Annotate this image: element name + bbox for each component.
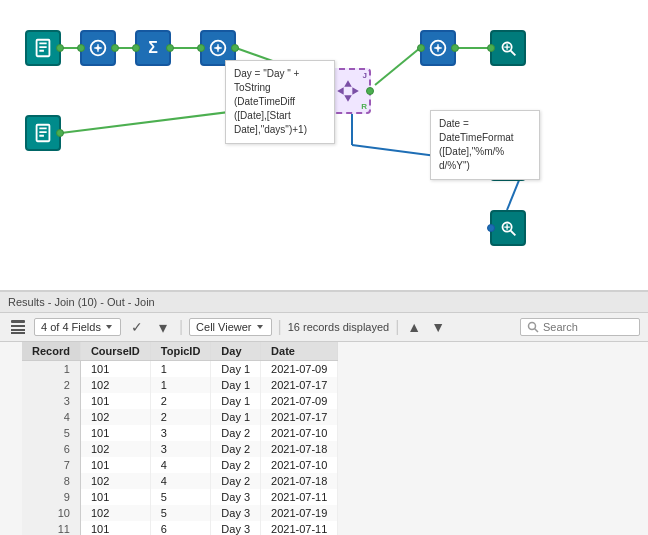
annotation-date: Date = DateTimeFormat ([Date],"%m/% d/%Y…: [430, 110, 540, 180]
records-count: 16 records displayed: [288, 321, 390, 333]
scroll-down-button[interactable]: ▼: [429, 319, 447, 335]
fields-dropdown[interactable]: 4 of 4 Fields: [34, 318, 121, 336]
cell-8-1: 101: [80, 489, 150, 505]
cell-3-2: 2: [150, 409, 211, 425]
scroll-up-button[interactable]: ▲: [405, 319, 423, 335]
table-container: R L J R Record CourseID TopicID Day Date…: [0, 342, 648, 535]
workflow-canvas: Σ Day = "Day " + ToString (DateTimeDiff …: [0, 0, 648, 290]
svg-line-4: [375, 48, 420, 85]
cell-4-4: 2021-07-10: [261, 425, 338, 441]
svg-line-21: [511, 231, 516, 236]
cell-4-3: Day 2: [211, 425, 261, 441]
cell-10-0: 11: [22, 521, 80, 535]
table-row[interactable]: 51013Day 22021-07-10: [22, 425, 338, 441]
cell-1-2: 1: [150, 377, 211, 393]
table-row[interactable]: 71014Day 22021-07-10: [22, 457, 338, 473]
cell-9-4: 2021-07-19: [261, 505, 338, 521]
cell-10-4: 2021-07-11: [261, 521, 338, 535]
cell-6-2: 4: [150, 457, 211, 473]
results-header: Results - Join (10) - Out - Join: [0, 292, 648, 313]
cell-10-1: 101: [80, 521, 150, 535]
cell-8-4: 2021-07-11: [261, 489, 338, 505]
separator3: |: [395, 318, 399, 336]
results-toolbar: 4 of 4 Fields ✓ ▾ | Cell Viewer | 16 rec…: [0, 313, 648, 342]
col-topicid: TopicID: [150, 342, 211, 361]
cell-6-1: 101: [80, 457, 150, 473]
table-row[interactable]: 91015Day 32021-07-11: [22, 489, 338, 505]
node-input1[interactable]: [25, 30, 61, 66]
search-box[interactable]: [520, 318, 640, 336]
cell-5-3: Day 2: [211, 441, 261, 457]
table-row[interactable]: 101025Day 32021-07-19: [22, 505, 338, 521]
separator1: |: [179, 318, 183, 336]
cell-8-3: Day 3: [211, 489, 261, 505]
node-input2[interactable]: [25, 115, 61, 151]
cell-0-0: 1: [22, 361, 80, 378]
cell-2-1: 101: [80, 393, 150, 409]
table-row[interactable]: 111016Day 32021-07-11: [22, 521, 338, 535]
col-date: Date: [261, 342, 338, 361]
svg-rect-22: [11, 320, 25, 323]
svg-line-27: [535, 329, 539, 333]
cell-4-0: 5: [22, 425, 80, 441]
cell-7-4: 2021-07-18: [261, 473, 338, 489]
cell-1-1: 102: [80, 377, 150, 393]
table-icon[interactable]: [8, 317, 28, 337]
cell-8-0: 9: [22, 489, 80, 505]
cell-7-3: Day 2: [211, 473, 261, 489]
node-browse2[interactable]: [490, 210, 526, 246]
cell-9-2: 5: [150, 505, 211, 521]
cell-8-2: 5: [150, 489, 211, 505]
search-icon: [527, 321, 539, 333]
node-browse1[interactable]: [490, 30, 526, 66]
node-formula3[interactable]: [420, 30, 456, 66]
cell-10-3: Day 3: [211, 521, 261, 535]
cell-3-0: 4: [22, 409, 80, 425]
cell-5-2: 3: [150, 441, 211, 457]
table-row[interactable]: 81024Day 22021-07-18: [22, 473, 338, 489]
cell-7-0: 8: [22, 473, 80, 489]
col-record: Record: [22, 342, 80, 361]
cell-7-1: 102: [80, 473, 150, 489]
table-row[interactable]: 31012Day 12021-07-09: [22, 393, 338, 409]
cell-6-4: 2021-07-10: [261, 457, 338, 473]
cell-3-1: 102: [80, 409, 150, 425]
svg-rect-23: [11, 325, 25, 327]
cell-5-4: 2021-07-18: [261, 441, 338, 457]
cell-6-0: 7: [22, 457, 80, 473]
data-table-wrapper: Record CourseID TopicID Day Date 11011Da…: [22, 342, 338, 535]
cell-2-3: Day 1: [211, 393, 261, 409]
cell-2-4: 2021-07-09: [261, 393, 338, 409]
svg-line-17: [511, 51, 516, 56]
cell-1-3: Day 1: [211, 377, 261, 393]
cell-9-0: 10: [22, 505, 80, 521]
cell-1-4: 2021-07-17: [261, 377, 338, 393]
svg-point-26: [529, 323, 536, 330]
table-row[interactable]: 61023Day 22021-07-18: [22, 441, 338, 457]
separator2: |: [278, 318, 282, 336]
down-arrow-icon[interactable]: ▾: [153, 317, 173, 337]
cell-0-2: 1: [150, 361, 211, 378]
svg-rect-24: [11, 329, 25, 331]
table-row[interactable]: 11011Day 12021-07-09: [22, 361, 338, 378]
svg-point-15: [436, 46, 440, 50]
cell-3-3: Day 1: [211, 409, 261, 425]
cell-6-3: Day 2: [211, 457, 261, 473]
cell-2-2: 2: [150, 393, 211, 409]
table-row[interactable]: 41022Day 12021-07-17: [22, 409, 338, 425]
node-formula1[interactable]: [80, 30, 116, 66]
svg-point-11: [96, 46, 100, 50]
table-row[interactable]: 21021Day 12021-07-17: [22, 377, 338, 393]
check-icon[interactable]: ✓: [127, 317, 147, 337]
annotation-formula: Day = "Day " + ToString (DateTimeDiff ([…: [225, 60, 335, 144]
cell-9-1: 102: [80, 505, 150, 521]
col-courseid: CourseID: [80, 342, 150, 361]
node-summarize[interactable]: Σ: [135, 30, 171, 66]
search-input[interactable]: [543, 321, 633, 333]
svg-point-13: [216, 46, 220, 50]
viewer-dropdown[interactable]: Cell Viewer: [189, 318, 271, 336]
svg-rect-25: [11, 332, 25, 334]
cell-10-2: 6: [150, 521, 211, 535]
results-panel: Results - Join (10) - Out - Join 4 of 4 …: [0, 290, 648, 535]
cell-2-0: 3: [22, 393, 80, 409]
